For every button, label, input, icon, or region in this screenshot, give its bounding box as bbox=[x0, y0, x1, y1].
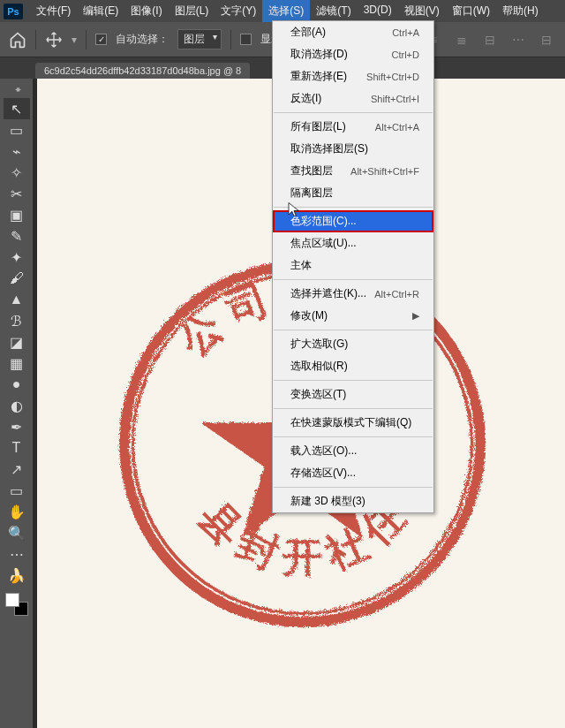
menu-item[interactable]: 存储选区(V)... bbox=[273, 462, 433, 484]
active-tool-icon[interactable] bbox=[45, 31, 63, 49]
home-icon[interactable] bbox=[9, 31, 26, 49]
menu-separator bbox=[274, 436, 433, 437]
align-icon[interactable]: ⊟ bbox=[480, 32, 500, 48]
align-icon[interactable]: ⋯ bbox=[508, 32, 528, 48]
tool-lasso[interactable]: ⌁ bbox=[4, 140, 30, 162]
menu-item[interactable]: 选择并遮住(K)...Alt+Ctrl+R bbox=[273, 283, 433, 305]
tool-brush[interactable]: 🖌 bbox=[4, 268, 30, 289]
menu-item[interactable]: 重新选择(E)Shift+Ctrl+D bbox=[273, 65, 433, 87]
tool-history-brush[interactable]: ℬ bbox=[4, 310, 30, 331]
show-transform-checkbox[interactable] bbox=[240, 34, 252, 45]
tab-filename: 6c9d2c54dd26dffb42d33187d0d48ba.jpg bbox=[44, 65, 221, 76]
tool-edit-toolbar[interactable]: ⋯ bbox=[4, 543, 30, 565]
tool-dodge[interactable]: ◐ bbox=[4, 395, 30, 416]
fg-swatch[interactable] bbox=[5, 593, 19, 607]
menu-文字[interactable]: 文字(Y) bbox=[215, 0, 262, 22]
menu-图像[interactable]: 图像(I) bbox=[124, 0, 168, 22]
menu-item[interactable]: 新建 3D 模型(3) bbox=[273, 490, 433, 512]
mouse-cursor-icon bbox=[286, 200, 302, 219]
menu-separator bbox=[274, 330, 433, 330]
tool-eraser[interactable]: ◪ bbox=[4, 331, 30, 353]
menu-item[interactable]: 查找图层Alt+Shift+Ctrl+F bbox=[273, 160, 433, 182]
menu-item[interactable]: 在快速蒙版模式下编辑(Q) bbox=[273, 412, 433, 434]
auto-select-checkbox[interactable]: ✓ bbox=[95, 34, 107, 45]
menu-item[interactable]: 选取相似(R) bbox=[273, 355, 433, 377]
menu-item[interactable]: 主体 bbox=[273, 254, 433, 277]
menu-separator bbox=[274, 279, 433, 280]
menu-item[interactable]: 扩大选取(G) bbox=[273, 333, 433, 355]
separator bbox=[86, 30, 87, 49]
menu-separator bbox=[274, 487, 433, 488]
tool-blur[interactable]: ● bbox=[4, 374, 30, 395]
tool-shape[interactable]: ▭ bbox=[4, 480, 30, 501]
align-icon[interactable]: ⊟ bbox=[537, 32, 556, 48]
tool-gradient[interactable]: ▦ bbox=[4, 353, 30, 374]
menu-图层[interactable]: 图层(L) bbox=[169, 0, 215, 22]
menu-separator bbox=[274, 380, 433, 381]
align-icon[interactable]: ≣ bbox=[452, 32, 471, 48]
color-swatches[interactable] bbox=[5, 593, 28, 616]
tool-type[interactable]: T bbox=[4, 437, 30, 459]
auto-select-label: 自动选择： bbox=[116, 32, 169, 47]
tool-eyedropper[interactable]: ✎ bbox=[4, 225, 30, 246]
menu-item[interactable]: 取消选择(D)Ctrl+D bbox=[273, 43, 433, 65]
auto-select-combo[interactable]: 图层 bbox=[177, 29, 222, 49]
tool-banana[interactable]: 🍌 bbox=[4, 565, 30, 586]
menu-item[interactable]: 取消选择图层(S) bbox=[273, 138, 433, 160]
menu-选择[interactable]: 选择(S) bbox=[262, 0, 310, 22]
menu-窗口[interactable]: 窗口(W) bbox=[446, 0, 496, 22]
menu-滤镜[interactable]: 滤镜(T) bbox=[310, 0, 357, 22]
menu-3d[interactable]: 3D(D) bbox=[358, 0, 398, 22]
tool-zoom[interactable]: 🔍 bbox=[4, 522, 30, 543]
menu-视图[interactable]: 视图(V) bbox=[398, 0, 446, 22]
toolbox-toggle[interactable]: ◂▸ bbox=[4, 84, 30, 93]
menu-item[interactable]: 变换选区(T) bbox=[273, 383, 433, 406]
toolbox: ◂▸ ↖▭⌁✧✂▣✎✦🖌▲ℬ◪▦●◐✒T↗▭✋🔍⋯🍌 bbox=[0, 79, 34, 728]
select-menu-dropdown: 全部(A)Ctrl+A取消选择(D)Ctrl+D重新选择(E)Shift+Ctr… bbox=[272, 20, 434, 513]
tool-pen[interactable]: ✒ bbox=[4, 416, 30, 437]
separator bbox=[35, 30, 36, 49]
menu-bar: Ps 文件(F)编辑(E)图像(I)图层(L)文字(Y)选择(S)滤镜(T)3D… bbox=[0, 0, 565, 22]
menu-item[interactable]: 反选(I)Shift+Ctrl+I bbox=[273, 87, 433, 110]
separator bbox=[230, 30, 231, 49]
menu-编辑[interactable]: 编辑(E) bbox=[77, 0, 124, 22]
menu-separator bbox=[274, 112, 433, 113]
menu-item[interactable]: 修改(M)▶ bbox=[273, 305, 433, 327]
tool-move[interactable]: ↖ bbox=[4, 98, 30, 119]
menu-item[interactable]: 载入选区(O)... bbox=[273, 440, 433, 462]
tool-marquee[interactable]: ▭ bbox=[4, 119, 30, 140]
menu-文件[interactable]: 文件(F) bbox=[30, 0, 77, 22]
tool-path-select[interactable]: ↗ bbox=[4, 459, 30, 480]
tool-frame[interactable]: ▣ bbox=[4, 204, 30, 225]
tool-clone[interactable]: ▲ bbox=[4, 289, 30, 310]
app-logo: Ps bbox=[4, 4, 23, 19]
menu-separator bbox=[274, 408, 433, 409]
tool-spot-heal[interactable]: ✦ bbox=[4, 246, 30, 268]
tab-zoom: @ 8 bbox=[221, 65, 241, 76]
menu-item[interactable]: 所有图层(L)Alt+Ctrl+A bbox=[273, 116, 433, 138]
tool-magic-wand[interactable]: ✧ bbox=[4, 162, 30, 183]
menu-item[interactable]: 焦点区域(U)... bbox=[273, 232, 433, 254]
menu-帮助[interactable]: 帮助(H) bbox=[496, 0, 545, 22]
tool-crop[interactable]: ✂ bbox=[4, 183, 30, 204]
menu-item[interactable]: 全部(A)Ctrl+A bbox=[273, 21, 433, 43]
tool-hand[interactable]: ✋ bbox=[4, 501, 30, 522]
document-tab[interactable]: 6c9d2c54dd26dffb42d33187d0d48ba.jpg @ 8 bbox=[35, 63, 250, 79]
